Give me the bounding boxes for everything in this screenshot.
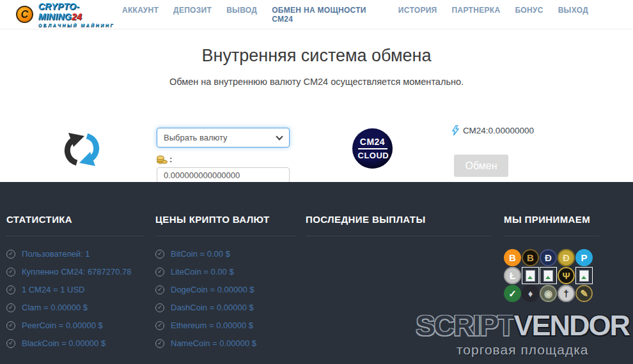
coins-icon bbox=[157, 155, 168, 164]
dagger-coin-icon: † bbox=[558, 285, 575, 302]
scriptvendor-watermark: SCRIPTVENDOR торговая площадка bbox=[416, 311, 629, 358]
prices-list: BitCoin = 0.00 $ LiteCoin = 0.00 $ DogeC… bbox=[155, 249, 296, 348]
check-circle-icon bbox=[155, 250, 164, 259]
amount-input[interactable] bbox=[157, 167, 290, 183]
price-ethereum[interactable]: Ethereum = 0.00000 $ bbox=[171, 321, 253, 330]
brand-tagline: ОБЛАЧНЫЙ МАЙНИНГ bbox=[38, 23, 122, 27]
brand-suffix: 24 bbox=[72, 11, 82, 22]
currency-select[interactable]: Выбрать валюту bbox=[157, 128, 290, 148]
paycoin-icon: P bbox=[575, 249, 593, 266]
check-circle-icon bbox=[6, 268, 15, 277]
exchange-button[interactable]: Обмен bbox=[454, 155, 508, 177]
cm24-logo-top: CM24 bbox=[360, 137, 385, 148]
namecoin-icon: Ψ bbox=[558, 267, 575, 284]
nav-exchange-cm24[interactable]: ОБМЕН НА МОЩНОСТИ СМ24 bbox=[272, 6, 384, 24]
nav-partner[interactable]: ПАРТНЕРКА bbox=[452, 6, 501, 24]
amount-colon: : bbox=[169, 155, 172, 164]
site-logo[interactable]: C CRYPTO-MINING24 ОБЛАЧНЫЙ МАЙНИНГ bbox=[16, 1, 122, 27]
price-dogecoin[interactable]: DogeCoin = 0.00000 $ bbox=[171, 285, 254, 294]
check-circle-icon bbox=[155, 285, 164, 294]
currency-select-wrap: Выбрать валюту bbox=[157, 128, 290, 148]
watermark-script: SCRIPT bbox=[416, 309, 513, 342]
price-litecoin[interactable]: LiteCoin = 0.00 $ bbox=[171, 267, 234, 277]
accepted-coins-column: МЫ ПРИНИМАЕМ B B Đ Ð P Ł Ψ ✓ ♦ ◉ † ✎ bbox=[504, 214, 600, 302]
list-item: BitCoin = 0.00 $ bbox=[155, 249, 296, 259]
stat-peercoin[interactable]: PeerCoin = 0.00000 $ bbox=[22, 321, 103, 330]
stat-clam[interactable]: Clam = 0.00000 $ bbox=[22, 303, 88, 312]
stat-rate[interactable]: 1 СМ24 = 1 USD bbox=[22, 285, 84, 294]
list-item: PeerCoin = 0.00000 $ bbox=[6, 321, 145, 330]
statistics-column: СТАТИСТИКА Пользователей: 1 Купленно СМ2… bbox=[6, 214, 145, 356]
list-item: DogeCoin = 0.00000 $ bbox=[155, 285, 296, 294]
medal-coin-icon: ◉ bbox=[540, 285, 557, 302]
blackcoin-icon: B bbox=[522, 249, 539, 266]
watermark-vendor: VENDOR bbox=[513, 309, 629, 342]
prices-title: ЦЕНЫ КРИПТО ВАЛЮТ bbox=[155, 214, 296, 225]
list-item: DashCoin = 0.00000 $ bbox=[155, 303, 296, 312]
litecoin-icon: Ł bbox=[504, 267, 521, 284]
broken-image-icon bbox=[522, 267, 539, 284]
list-item: BlackCoin = 0.00000 $ bbox=[6, 338, 145, 348]
stat-blackcoin[interactable]: BlackCoin = 0.00000 $ bbox=[22, 338, 106, 348]
check-circle-icon bbox=[155, 339, 164, 348]
nav-bonus[interactable]: БОНУС bbox=[515, 6, 543, 24]
balance-text: СМ24:0.00000000 bbox=[463, 126, 534, 135]
check-circle-icon bbox=[6, 285, 15, 294]
exchange-section: Внутренняя система обмена Обмен на внутр… bbox=[0, 29, 633, 182]
list-item: Пользователей: 1 bbox=[6, 249, 145, 259]
list-item: Clam = 0.00000 $ bbox=[6, 303, 145, 312]
check-circle-icon bbox=[6, 303, 15, 312]
page-subtitle: Обмен на внутреннюю валюту СМ24 осуществ… bbox=[0, 77, 633, 87]
column-divider bbox=[504, 236, 600, 236]
check-circle-icon bbox=[155, 268, 164, 277]
top-navigation-bar: C CRYPTO-MINING24 ОБЛАЧНЫЙ МАЙНИНГ АККАУ… bbox=[0, 0, 633, 29]
logo-text: CRYPTO-MINING24 ОБЛАЧНЫЙ МАЙНИНГ bbox=[38, 1, 122, 27]
ethereum-icon: ♦ bbox=[522, 285, 539, 302]
watermark-logo: SCRIPTVENDOR bbox=[416, 311, 629, 340]
column-divider bbox=[155, 236, 296, 236]
stat-bought-cm24[interactable]: Купленно СМ24: 6787270.78 bbox=[22, 267, 132, 277]
list-item: Ethereum = 0.00000 $ bbox=[155, 321, 296, 330]
nav-withdraw[interactable]: ВЫВОД bbox=[226, 6, 257, 24]
check-circle-icon bbox=[155, 303, 164, 312]
statistics-title: СТАТИСТИКА bbox=[6, 214, 145, 225]
nav-account[interactable]: АККАУНТ bbox=[122, 6, 159, 24]
exchange-arrows-icon bbox=[63, 130, 101, 171]
footer: СТАТИСТИКА Пользователей: 1 Купленно СМ2… bbox=[0, 182, 633, 364]
cm24-cloud-logo: CM24 CLOUD bbox=[352, 128, 393, 169]
nav-history[interactable]: ИСТОРИЯ bbox=[398, 6, 437, 24]
pencil-coin-icon: ✎ bbox=[575, 285, 593, 302]
main-nav: АККАУНТ ДЕПОЗИТ ВЫВОД ОБМЕН НА МОЩНОСТИ … bbox=[122, 6, 588, 24]
statistics-list: Пользователей: 1 Купленно СМ24: 6787270.… bbox=[6, 249, 145, 348]
list-item: NameCoin = 0.00000 $ bbox=[155, 338, 296, 348]
list-item: Купленно СМ24: 6787270.78 bbox=[6, 267, 145, 277]
nav-deposit[interactable]: ДЕПОЗИТ bbox=[173, 6, 212, 24]
page-title: Внутренняя система обмена bbox=[0, 29, 633, 66]
watermark-tagline: торговая площадка bbox=[416, 342, 629, 358]
lightning-icon bbox=[452, 125, 459, 135]
price-namecoin[interactable]: NameCoin = 0.00000 $ bbox=[171, 338, 256, 348]
check-circle-icon bbox=[155, 321, 164, 330]
nav-logout[interactable]: ВЫХОД bbox=[558, 6, 588, 24]
payouts-title: ПОСЛЕДНИЕ ВЫПЛАТЫ bbox=[306, 214, 491, 225]
price-bitcoin[interactable]: BitCoin = 0.00 $ bbox=[171, 249, 230, 259]
accepted-coins-grid: B B Đ Ð P Ł Ψ ✓ ♦ ◉ † ✎ bbox=[504, 249, 597, 302]
check-circle-icon bbox=[6, 321, 15, 330]
price-dashcoin[interactable]: DashCoin = 0.00000 $ bbox=[171, 303, 254, 312]
column-divider bbox=[6, 236, 145, 236]
logo-c-icon: C bbox=[16, 6, 33, 23]
amount-label: : bbox=[157, 155, 172, 164]
broken-image-icon bbox=[575, 267, 593, 284]
check-circle-icon bbox=[6, 339, 15, 348]
list-item: 1 СМ24 = 1 USD bbox=[6, 285, 145, 294]
vcash-check-icon: ✓ bbox=[504, 285, 521, 302]
dash-icon: Đ bbox=[540, 249, 557, 266]
stat-users[interactable]: Пользователей: 1 bbox=[22, 249, 90, 259]
cm24-balance: СМ24:0.00000000 bbox=[452, 125, 534, 135]
payouts-column: ПОСЛЕДНИЕ ВЫПЛАТЫ bbox=[306, 214, 491, 249]
cm24-logo-bottom: CLOUD bbox=[358, 148, 387, 160]
dogecoin-icon: Ð bbox=[558, 249, 575, 266]
check-circle-icon bbox=[6, 250, 15, 259]
bitcoin-icon: B bbox=[504, 249, 521, 266]
broken-image-icon bbox=[540, 267, 557, 284]
